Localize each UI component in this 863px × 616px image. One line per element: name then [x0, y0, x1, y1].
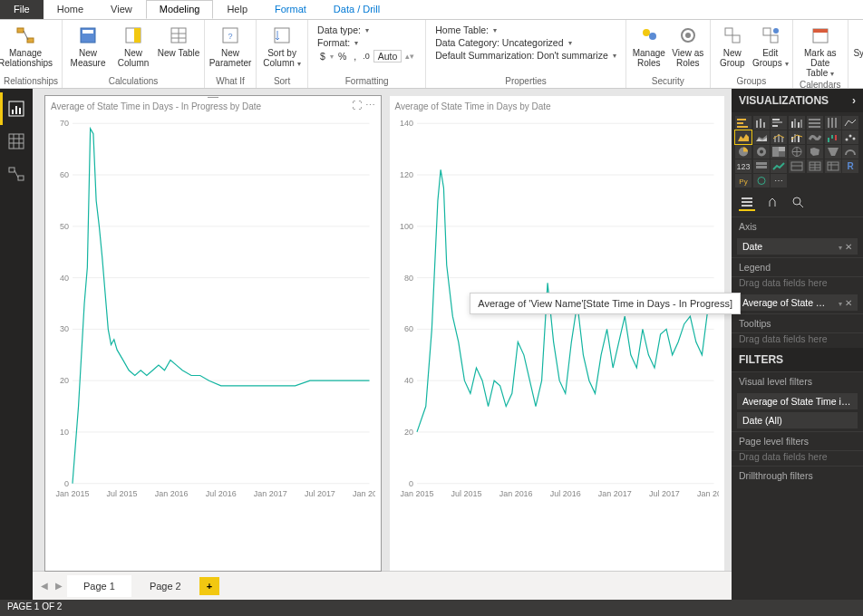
auto-decimals[interactable]: Auto	[373, 50, 402, 63]
new-table-button[interactable]: New Table	[157, 22, 200, 58]
fields-tab-icon[interactable]	[739, 195, 755, 211]
ribbon-group-qa: Q&A	[852, 75, 863, 88]
viz-arcgis[interactable]	[753, 174, 770, 188]
report-view-button[interactable]	[0, 92, 33, 125]
tab-format[interactable]: Format	[261, 0, 320, 19]
new-parameter-button[interactable]: ? New Parameter	[208, 22, 252, 68]
chart-visual-2[interactable]: Average of State Time in Days by Date 02…	[390, 96, 725, 571]
default-summarization-dropdown[interactable]: Default Summarization: Don't summarize	[435, 50, 616, 61]
home-table-dropdown[interactable]: Home Table:	[435, 24, 616, 35]
viz-scatter[interactable]	[842, 130, 858, 144]
decimals-decrease-icon[interactable]: .0	[361, 52, 372, 61]
viz-kpi[interactable]	[771, 159, 787, 173]
add-page-button[interactable]: +	[199, 577, 219, 595]
viz-ribbon[interactable]	[807, 130, 823, 144]
resize-handle-top[interactable]	[202, 92, 224, 100]
edit-groups-button[interactable]: Edit Groups	[752, 22, 789, 69]
viz-donut[interactable]	[753, 145, 770, 159]
tab-view[interactable]: View	[97, 0, 146, 19]
manage-relationships-button[interactable]: Manage Relationships	[4, 22, 47, 68]
viz-stacked-bar[interactable]	[735, 116, 751, 130]
values-field-pill[interactable]: Average of State Time in ...▾ ✕	[737, 294, 858, 311]
visualizations-header[interactable]: VISUALIZATIONS›	[732, 89, 863, 112]
viz-custom-import[interactable]: ⋯	[771, 174, 787, 188]
currency-icon[interactable]: $	[317, 51, 328, 62]
report-canvas[interactable]: ⛶ ⋯ Average of State Time in Days - In P…	[33, 89, 732, 571]
percent-icon[interactable]: %	[335, 51, 349, 62]
data-type-dropdown[interactable]: Data type:	[317, 24, 416, 35]
viz-line-stacked-column[interactable]	[771, 130, 787, 144]
decimals-increase-icon[interactable]: ▴▾	[403, 52, 416, 61]
viz-pie[interactable]	[735, 145, 751, 159]
manage-roles-button[interactable]: Manage Roles	[630, 22, 668, 68]
remove-field-icon[interactable]: ✕	[845, 242, 852, 252]
model-view-button[interactable]	[0, 158, 33, 190]
viz-area[interactable]	[735, 130, 751, 144]
svg-rect-87	[737, 122, 743, 124]
ribbon-group-security: Security	[630, 75, 706, 88]
more-options-icon[interactable]: ⋯	[365, 100, 375, 111]
synonyms-button[interactable]: Synonyms	[852, 22, 863, 58]
viz-table[interactable]	[807, 159, 823, 173]
viz-treemap[interactable]	[771, 145, 787, 159]
svg-line-2	[24, 31, 28, 40]
viz-filled-map[interactable]	[807, 145, 823, 159]
viz-multi-row-card[interactable]	[753, 159, 770, 173]
chart-visual-1[interactable]: ⛶ ⋯ Average of State Time in Days - In P…	[45, 96, 381, 571]
new-group-button[interactable]: New Group	[714, 22, 751, 68]
viz-waterfall[interactable]	[825, 130, 841, 144]
data-view-button[interactable]	[0, 125, 33, 158]
tab-modeling[interactable]: Modeling	[146, 0, 214, 19]
viz-100-stacked-column[interactable]	[825, 116, 841, 130]
viz-r[interactable]: R	[842, 159, 858, 173]
expand-icon[interactable]: ›	[852, 94, 856, 107]
viz-100-stacked-bar[interactable]	[807, 116, 823, 130]
viz-line-clustered-column[interactable]	[789, 130, 805, 144]
page-tab-1[interactable]: Page 1	[67, 575, 131, 597]
page-filters-placeholder[interactable]: Drag data fields here	[732, 450, 863, 466]
viz-slicer[interactable]	[789, 159, 805, 173]
filter-pill-1[interactable]: Average of State Time in ...	[737, 393, 858, 409]
data-category-dropdown[interactable]: Data Category: Uncategorized	[435, 37, 616, 48]
viz-clustered-bar[interactable]	[771, 116, 787, 130]
svg-line-148	[800, 204, 803, 207]
viz-clustered-column[interactable]	[789, 116, 805, 130]
tooltips-placeholder[interactable]: Drag data fields here	[732, 332, 863, 348]
format-tab-icon[interactable]	[764, 195, 781, 211]
new-column-button[interactable]: New Column	[112, 22, 155, 68]
page-prev-button[interactable]: ◀	[38, 581, 51, 591]
viz-python[interactable]: Py	[735, 174, 751, 188]
focus-mode-icon[interactable]: ⛶	[352, 100, 362, 111]
viz-line[interactable]	[842, 116, 858, 130]
sort-by-column-button[interactable]: Sort by Column	[260, 22, 304, 69]
filter-pill-2[interactable]: Date (All)	[737, 412, 858, 428]
viz-stacked-area[interactable]	[753, 130, 770, 144]
comma-icon[interactable]: ,	[351, 51, 359, 62]
remove-field-icon[interactable]: ✕	[845, 298, 852, 308]
page-next-button[interactable]: ▶	[53, 581, 65, 591]
viz-stacked-column[interactable]	[753, 116, 770, 130]
tab-home[interactable]: Home	[44, 0, 97, 19]
viz-gauge[interactable]	[842, 145, 858, 159]
filters-header[interactable]: FILTERS	[732, 348, 863, 371]
axis-field-pill[interactable]: Date▾ ✕	[737, 238, 858, 255]
viz-funnel[interactable]	[825, 145, 841, 159]
viz-card[interactable]: 123	[735, 159, 751, 173]
analytics-tab-icon[interactable]	[790, 195, 806, 211]
tab-file[interactable]: File	[0, 0, 44, 19]
legend-placeholder[interactable]: Drag data fields here	[732, 276, 863, 292]
new-measure-button[interactable]: New Measure	[66, 22, 110, 68]
format-toolbar: $▾ % , .0 Auto ▴▾	[317, 50, 416, 63]
page-tab-2[interactable]: Page 2	[133, 575, 198, 597]
view-switcher	[0, 89, 33, 600]
tab-datadrill[interactable]: Data / Drill	[320, 0, 393, 19]
viz-map[interactable]	[789, 145, 805, 159]
table-icon	[168, 24, 189, 46]
tab-help[interactable]: Help	[213, 0, 261, 19]
visual-level-filters-label: Visual level filters	[732, 371, 863, 390]
svg-rect-6	[134, 28, 141, 43]
format-dropdown[interactable]: Format:	[317, 37, 416, 48]
view-as-roles-button[interactable]: View as Roles	[670, 22, 706, 68]
mark-date-table-button[interactable]: Mark as Date Table	[797, 22, 844, 79]
viz-matrix[interactable]	[825, 159, 841, 173]
